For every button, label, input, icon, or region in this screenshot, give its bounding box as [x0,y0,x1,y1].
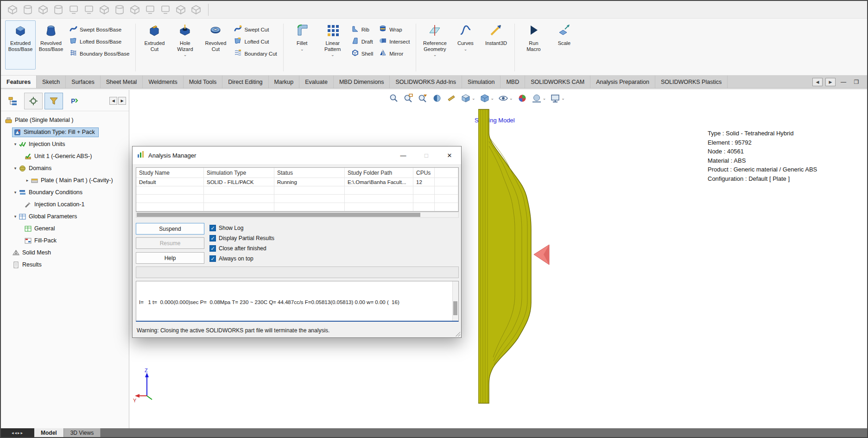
tab-analysis-preparation[interactable]: Analysis Preparation [590,76,655,88]
extruded-cut-button[interactable]: Extruded Cut [139,20,170,70]
table-row[interactable]: Default SOLID - FILL/PACK Running E:\.Om… [136,178,458,186]
collapse-icon[interactable]: ▾ [12,190,19,195]
tab-direct-editing[interactable]: Direct Editing [222,76,268,88]
column-header[interactable]: Study Folder Path [345,168,413,178]
tree-item-plate-main-part[interactable]: ▸ Plate ( Main Part ) (-Cavity-) [1,174,129,186]
boundary-cut-button[interactable]: Boundary Cut [231,48,279,60]
draft-button[interactable]: Draft [348,36,376,48]
log-vertical-scrollbar[interactable] [452,281,458,321]
tree-item-results[interactable]: Results [1,259,129,271]
collapse-icon[interactable]: ▾ [12,214,19,219]
dropdown-icon[interactable]: ⌄ [472,97,475,100]
checkbox-checked-icon[interactable]: ✓ [209,245,216,252]
apply-scene-icon[interactable]: ⌄ [532,93,546,103]
dropdown-icon[interactable]: ⌄ [464,48,468,51]
minimize-icon[interactable]: — [392,146,415,164]
always-on-top-checkbox[interactable]: ✓ Always on top [209,255,253,262]
tree-item-injection-location[interactable]: Injection Location-1 [1,198,129,210]
swept-boss-base-button[interactable]: Swept Boss/Base [66,24,132,36]
run-macro-button[interactable]: Run Macro [518,20,549,70]
tree-item-fill-pack[interactable]: Fill-Pack [1,235,129,247]
display-style-icon[interactable]: ⌄ [480,93,494,103]
previous-view-icon[interactable] [418,93,428,103]
tab-markup[interactable]: Markup [269,76,300,88]
rotate-tool-icon[interactable] [21,3,35,16]
3d-drawing-view-icon[interactable] [446,93,456,103]
tab-surfaces[interactable]: Surfaces [66,76,100,88]
fillet-button[interactable]: Fillet ⌄ [287,20,317,70]
wrap-button[interactable]: Wrap [376,24,412,36]
rib-button[interactable]: Rib [348,24,376,36]
tree-item-solid-mesh[interactable]: Solid Mesh [1,247,129,259]
tab-solidworks-plastics[interactable]: SOLIDWORKS Plastics [655,76,728,88]
column-header[interactable]: Simulation Type [204,168,274,178]
table-horizontal-scrollbar[interactable] [136,212,459,218]
view-orientation-icon[interactable]: ⌄ [461,93,475,103]
section-view-icon[interactable] [432,93,442,103]
tree-item-general[interactable]: General [1,222,129,235]
scroll-right-icon[interactable]: ▶ [118,97,126,105]
cylinder-tool-icon[interactable] [51,3,65,16]
dropdown-icon[interactable]: ⌄ [300,48,304,51]
pane-right-icon[interactable]: ▶ [825,78,836,86]
route-tool-icon[interactable] [113,3,127,16]
section-tool-icon[interactable] [67,3,81,16]
configurationmanager-tab-icon[interactable] [44,93,63,109]
study-table[interactable]: Study Name Simulation Type Status Study … [136,167,459,212]
solver-log[interactable]: I= 1 t= 0.000(0.000)sec P= 0.08Mpa T= 23… [136,281,459,322]
propertymanager-tab-icon[interactable] [24,93,43,109]
dropdown-icon[interactable]: ⌄ [331,53,335,57]
tab-solidworks-cam[interactable]: SOLIDWORKS CAM [525,76,590,88]
scrollbar-thumb[interactable] [453,301,457,316]
linear-pattern-button[interactable]: Linear Pattern ⌄ [317,20,348,70]
resize-grip[interactable] [455,331,460,336]
display-partial-results-checkbox[interactable]: ✓ Display Partial Results [209,235,274,242]
tree-item-simulation-type[interactable]: Simulation Type: Fill + Pack [1,126,129,138]
scroll-left-icon[interactable]: ◀ [109,97,117,105]
minimize-pane-icon[interactable]: — [838,78,849,86]
tab-features[interactable]: Features [1,76,37,88]
help-button[interactable]: Help [136,252,204,264]
show-log-checkbox[interactable]: ✓ Show Log [209,224,243,232]
lofted-cut-button[interactable]: Lofted Cut [231,36,279,48]
plate-3d-model[interactable] [478,109,552,404]
checkbox-checked-icon[interactable]: ✓ [209,235,216,241]
resume-button[interactable]: Resume [136,237,204,249]
shell-button[interactable]: Shell [348,48,376,60]
tab-mold-tools[interactable]: Mold Tools [184,76,223,88]
export-tool-icon[interactable] [158,3,172,16]
intersect-button[interactable]: Intersect [376,36,412,48]
pane-left-icon[interactable]: ◀ [812,78,823,86]
dropdown-icon[interactable]: ⌄ [509,97,513,100]
checkbox-checked-icon[interactable]: ✓ [209,225,216,231]
plastics-manager-tab-icon[interactable]: P [65,93,83,109]
tab-mbd[interactable]: MBD [501,76,525,88]
extruded-boss-base-button[interactable]: Extruded Boss/Base [5,20,36,70]
part-tool-icon[interactable] [6,3,19,16]
dropdown-icon[interactable]: ⌄ [433,53,437,57]
column-header[interactable]: Study Name [136,168,204,178]
tab-solidworks-add-ins[interactable]: SOLIDWORKS Add-Ins [390,76,462,88]
tab-mbd-dimensions[interactable]: MBD Dimensions [334,76,390,88]
sheet-navigation-icons[interactable]: ◂◂▸▸ [1,428,34,437]
dropdown-icon[interactable]: ⌄ [184,53,187,57]
column-header[interactable]: Status [274,168,345,178]
tab-sheet-metal[interactable]: Sheet Metal [101,76,143,88]
tab-sketch[interactable]: Sketch [37,76,66,88]
tab-model[interactable]: Model [34,428,64,437]
revolved-cut-button[interactable]: Revolved Cut [200,20,231,70]
mirror-button[interactable]: Mirror [376,48,412,60]
display-tool-icon[interactable] [36,3,50,16]
hole-wizard-button[interactable]: Hole Wizard ⌄ [170,20,200,70]
maximize-icon[interactable]: □ [415,146,438,164]
swept-cut-button[interactable]: Swept Cut [231,24,279,36]
instant3d-button[interactable]: Instant3D [481,20,511,70]
close-icon[interactable]: ✕ [438,146,461,164]
dropdown-icon[interactable]: ⌄ [561,97,565,100]
trim-tool-icon[interactable] [82,3,96,16]
hide-show-items-icon[interactable]: ⌄ [498,93,513,103]
dropdown-icon[interactable]: ⌄ [491,97,494,100]
tab-3d-views[interactable]: 3D Views [64,428,101,437]
assembly-tool-icon[interactable] [97,3,111,16]
tree-item-boundary-conditions[interactable]: ▾ Boundary Conditions [1,186,129,198]
